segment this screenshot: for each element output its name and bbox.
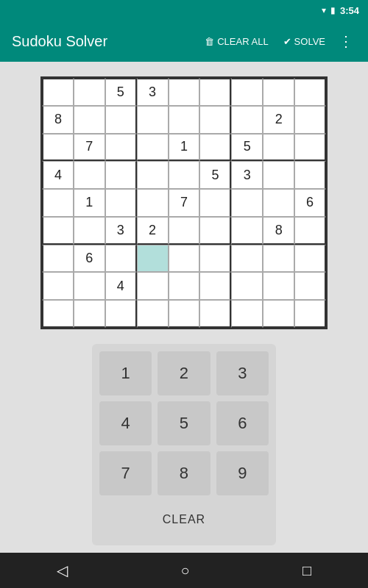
sudoku-cell[interactable] — [42, 300, 74, 328]
sudoku-cell[interactable] — [105, 134, 137, 162]
clear-button[interactable]: CLEAR — [99, 501, 269, 538]
sudoku-cell[interactable] — [294, 245, 326, 273]
sudoku-cell[interactable] — [231, 78, 263, 106]
sudoku-cell[interactable] — [137, 189, 169, 217]
sudoku-cell[interactable] — [199, 134, 231, 162]
sudoku-cell[interactable]: 1 — [169, 134, 200, 162]
numpad-button-7[interactable]: 7 — [99, 451, 152, 495]
sudoku-cell[interactable] — [294, 78, 326, 106]
bottom-nav: ◁ ○ □ — [0, 553, 368, 588]
sudoku-cell[interactable] — [199, 245, 231, 273]
numpad-button-2[interactable]: 2 — [158, 351, 210, 395]
sudoku-cell[interactable] — [42, 78, 74, 106]
sudoku-cell[interactable] — [199, 78, 231, 106]
sudoku-cell[interactable] — [263, 161, 294, 189]
sudoku-cell[interactable]: 5 — [199, 161, 231, 189]
numpad-button-4[interactable]: 4 — [99, 401, 152, 445]
numpad-button-6[interactable]: 6 — [216, 401, 269, 445]
more-options-button[interactable]: ⋮ — [336, 29, 356, 53]
sudoku-cell[interactable]: 7 — [74, 134, 105, 162]
sudoku-cell[interactable] — [231, 272, 263, 300]
sudoku-cell[interactable]: 6 — [74, 245, 105, 273]
sudoku-cell[interactable] — [42, 245, 74, 273]
sudoku-cell[interactable] — [169, 272, 200, 300]
sudoku-cell[interactable]: 3 — [105, 217, 137, 245]
sudoku-cell[interactable] — [137, 134, 169, 162]
sudoku-cell[interactable] — [294, 272, 326, 300]
sudoku-cell[interactable] — [263, 272, 294, 300]
back-icon: ◁ — [57, 562, 68, 579]
sudoku-cell[interactable]: 8 — [42, 106, 74, 134]
sudoku-cell[interactable] — [137, 272, 169, 300]
sudoku-cell[interactable] — [294, 106, 326, 134]
sudoku-cell[interactable] — [169, 106, 200, 134]
sudoku-cell[interactable] — [231, 106, 263, 134]
sudoku-cell[interactable] — [137, 245, 169, 273]
sudoku-cell[interactable] — [42, 272, 74, 300]
back-button[interactable]: ◁ — [42, 556, 82, 585]
recent-button[interactable]: □ — [288, 556, 326, 585]
sudoku-cell[interactable] — [169, 245, 200, 273]
sudoku-cell[interactable]: 2 — [137, 217, 169, 245]
home-button[interactable]: ○ — [166, 556, 204, 585]
sudoku-cell[interactable] — [199, 300, 231, 328]
sudoku-cell[interactable] — [263, 300, 294, 328]
sudoku-cell[interactable]: 4 — [105, 272, 137, 300]
sudoku-cell[interactable]: 8 — [263, 217, 294, 245]
sudoku-cell[interactable] — [74, 78, 105, 106]
sudoku-cell[interactable] — [199, 189, 231, 217]
sudoku-cell[interactable] — [231, 217, 263, 245]
sudoku-cell[interactable] — [74, 272, 105, 300]
sudoku-cell[interactable] — [263, 189, 294, 217]
sudoku-cell[interactable] — [74, 161, 105, 189]
solve-button[interactable]: ✔ SOLVE — [279, 33, 330, 50]
sudoku-cell[interactable] — [199, 272, 231, 300]
sudoku-cell[interactable]: 5 — [231, 134, 263, 162]
sudoku-cell[interactable] — [105, 189, 137, 217]
sudoku-cell[interactable]: 2 — [263, 106, 294, 134]
sudoku-cell[interactable] — [74, 300, 105, 328]
sudoku-cell[interactable] — [169, 78, 200, 106]
numpad-button-5[interactable]: 5 — [158, 401, 210, 445]
sudoku-cell[interactable]: 6 — [294, 189, 326, 217]
sudoku-cell[interactable] — [105, 245, 137, 273]
sudoku-cell[interactable] — [199, 217, 231, 245]
check-icon: ✔ — [283, 36, 291, 47]
sudoku-cell[interactable] — [42, 217, 74, 245]
sudoku-cell[interactable] — [294, 161, 326, 189]
sudoku-cell[interactable] — [169, 300, 200, 328]
sudoku-cell[interactable] — [294, 134, 326, 162]
sudoku-cell[interactable] — [105, 300, 137, 328]
numpad-button-9[interactable]: 9 — [216, 451, 269, 495]
sudoku-cell[interactable] — [137, 106, 169, 134]
sudoku-cell[interactable]: 5 — [105, 78, 137, 106]
sudoku-cell[interactable] — [137, 161, 169, 189]
sudoku-cell[interactable] — [137, 300, 169, 328]
sudoku-cell[interactable]: 4 — [42, 161, 74, 189]
sudoku-cell[interactable] — [169, 217, 200, 245]
sudoku-cell[interactable] — [105, 161, 137, 189]
sudoku-cell[interactable] — [42, 189, 74, 217]
sudoku-cell[interactable] — [199, 106, 231, 134]
sudoku-cell[interactable]: 3 — [231, 161, 263, 189]
clear-all-button[interactable]: 🗑 CLEAR ALL — [200, 33, 272, 50]
sudoku-cell[interactable] — [231, 189, 263, 217]
sudoku-cell[interactable] — [169, 161, 200, 189]
sudoku-cell[interactable] — [263, 245, 294, 273]
sudoku-cell[interactable] — [263, 134, 294, 162]
sudoku-cell[interactable] — [74, 106, 105, 134]
sudoku-cell[interactable] — [231, 245, 263, 273]
numpad-button-1[interactable]: 1 — [99, 351, 152, 395]
sudoku-cell[interactable]: 7 — [169, 189, 200, 217]
sudoku-cell[interactable] — [74, 217, 105, 245]
sudoku-cell[interactable] — [294, 217, 326, 245]
sudoku-cell[interactable] — [263, 78, 294, 106]
numpad-button-3[interactable]: 3 — [216, 351, 269, 395]
sudoku-cell[interactable]: 1 — [74, 189, 105, 217]
numpad-button-8[interactable]: 8 — [158, 451, 210, 495]
sudoku-cell[interactable]: 3 — [137, 78, 169, 106]
sudoku-cell[interactable] — [231, 300, 263, 328]
sudoku-cell[interactable] — [294, 300, 326, 328]
sudoku-cell[interactable] — [105, 106, 137, 134]
sudoku-cell[interactable] — [42, 134, 74, 162]
